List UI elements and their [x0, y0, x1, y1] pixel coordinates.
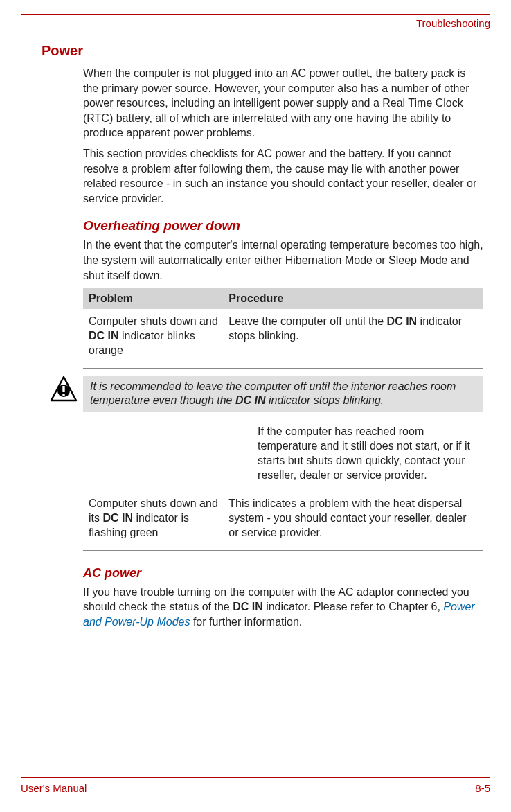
table-row: Computer shuts down and DC IN indicator …	[83, 309, 483, 364]
dc-in-label: DC IN	[235, 394, 266, 406]
heading-ac-power: AC power	[83, 566, 490, 581]
table-cell-procedure-continued: If the computer has reached room tempera…	[252, 419, 483, 488]
table-cell-procedure: This indicates a problem with the heat d…	[228, 497, 478, 540]
heading-power: Power	[42, 43, 490, 59]
text: indicator. Please refer to Chapter 6,	[263, 601, 444, 612]
footer-rule	[21, 777, 490, 778]
footer-page-number: 8-5	[475, 782, 490, 794]
table-cell-procedure: Leave the computer off until the DC IN i…	[228, 315, 478, 358]
row-divider	[83, 368, 483, 369]
svg-rect-3	[62, 394, 64, 396]
text: indicator stops blinking.	[265, 394, 384, 406]
top-rule	[21, 14, 490, 15]
table-cell-problem: Computer shuts down and its DC IN indica…	[89, 497, 228, 540]
dc-in-label: DC IN	[89, 330, 119, 342]
table-header-problem: Problem	[89, 292, 228, 305]
page: Troubleshooting Power When the computer …	[0, 0, 511, 812]
header-breadcrumb: Troubleshooting	[21, 17, 490, 29]
text: Leave the computer off until the	[228, 315, 386, 327]
caution-text: It is recommended to leave the computer …	[83, 376, 483, 413]
ac-power-text: If you have trouble turning on the compu…	[83, 585, 483, 630]
table-row: Computer shuts down and its DC IN indica…	[83, 491, 483, 547]
heading-overheating: Overheating power down	[83, 218, 490, 233]
ac-power-body: If you have trouble turning on the compu…	[83, 585, 483, 630]
power-p2: This section provides checklists for AC …	[83, 146, 483, 206]
dc-in-label: DC IN	[102, 512, 133, 524]
caution-icon	[50, 376, 78, 406]
table-cell-problem: Computer shuts down and DC IN indicator …	[89, 315, 228, 358]
text: Computer shuts down and	[89, 315, 218, 327]
overheating-intro: In the event that the computer's interna…	[83, 238, 483, 283]
svg-rect-2	[62, 386, 64, 392]
table-header-row: Problem Procedure	[83, 288, 483, 309]
dc-in-label: DC IN	[387, 315, 418, 327]
problem-table-cont: Computer shuts down and its DC IN indica…	[83, 491, 483, 550]
problem-table: Problem Procedure Computer shuts down an…	[83, 288, 483, 368]
text: for further information.	[190, 616, 302, 628]
overheating-intro-text: In the event that the computer's interna…	[83, 238, 483, 283]
row-divider	[83, 550, 483, 551]
table-header-procedure: Procedure	[228, 292, 478, 305]
caution-note: It is recommended to leave the computer …	[50, 376, 490, 413]
footer-manual-label: User's Manual	[21, 782, 87, 794]
power-body: When the computer is not plugged into an…	[83, 66, 483, 206]
power-p1: When the computer is not plugged into an…	[83, 66, 483, 141]
dc-in-label: DC IN	[233, 601, 263, 612]
page-footer: User's Manual 8-5	[21, 777, 490, 794]
